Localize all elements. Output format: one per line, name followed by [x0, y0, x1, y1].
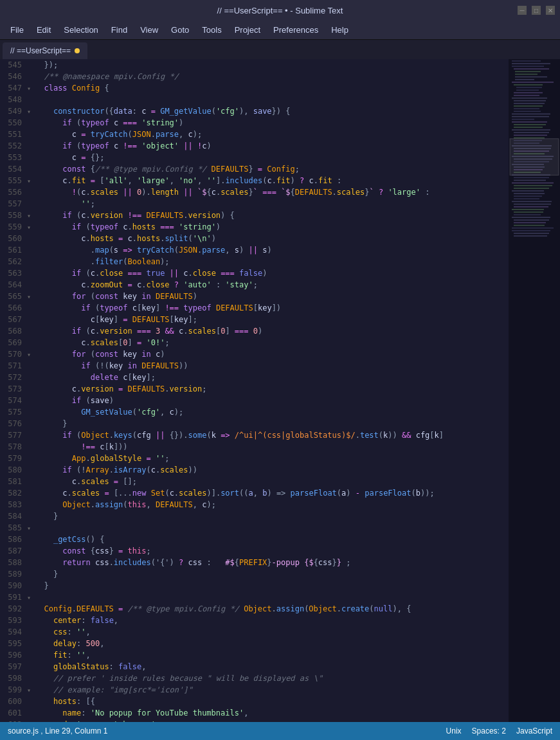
- menu-project[interactable]: Project: [230, 23, 266, 37]
- svg-rect-62: [514, 222, 546, 224]
- code-line-560: c.hosts = c.hosts.split('\n'): [35, 233, 509, 244]
- code-line-581: c.scales = [...new Set(c.scales)].sort((…: [35, 487, 509, 499]
- menu-view[interactable]: View: [135, 23, 163, 37]
- code-line-549: constructor({data: c = GM_getValue('cfg'…: [35, 105, 509, 117]
- svg-rect-9: [512, 82, 554, 83]
- code-line-576: }: [35, 418, 509, 429]
- svg-rect-50: [512, 190, 544, 192]
- code-line-596: globalStatus: false,: [35, 661, 509, 672]
- maximize-button[interactable]: □: [532, 6, 541, 15]
- svg-rect-18: [514, 105, 543, 107]
- svg-rect-16: [514, 100, 546, 102]
- svg-rect-58: [514, 212, 543, 213]
- code-line-580: c.scales = [];: [35, 476, 509, 487]
- code-line-572: delete c[key];: [35, 372, 509, 383]
- window-controls: ─ □ ✕: [518, 6, 555, 15]
- svg-rect-56: [514, 206, 548, 208]
- code-area[interactable]: }); /** @namespace mpiv.Config */ class …: [32, 59, 509, 722]
- code-line-594: delay: 500,: [35, 638, 509, 649]
- code-line-583: }: [35, 510, 509, 522]
- editor: 545 546 547▾ 548 549▾ 550 551 552 553 55…: [0, 59, 560, 722]
- menu-file[interactable]: File: [5, 23, 29, 37]
- code-line-568: if (c.version === 3 && c.scales[0] === 0…: [35, 325, 509, 337]
- svg-rect-46: [514, 180, 546, 181]
- svg-rect-52: [514, 195, 542, 197]
- svg-rect-48: [514, 185, 552, 186]
- svg-rect-55: [514, 204, 551, 205]
- code-line-595: fit: '',: [35, 649, 509, 661]
- tab-userscript[interactable]: // ==UserScript==: [3, 42, 87, 59]
- code-line-553: c = {};: [35, 152, 509, 163]
- code-line-567: c[key] = DEFAULTS[key];: [35, 314, 509, 325]
- code-line-545: });: [35, 59, 509, 71]
- svg-rect-23: [512, 119, 534, 120]
- svg-rect-49: [514, 188, 549, 189]
- minimap-content: [509, 59, 560, 722]
- code-line-574: if (save): [35, 395, 509, 406]
- code-line-600: name: 'No popup for YouTube thumbnails',: [35, 707, 509, 719]
- menu-help[interactable]: Help: [326, 23, 354, 37]
- code-line-599: hosts: [{: [35, 696, 509, 707]
- svg-rect-59: [514, 214, 541, 215]
- code-line-571: if (!(key in DEFAULTS)): [35, 360, 509, 372]
- svg-rect-67: [514, 235, 547, 237]
- minimize-button[interactable]: ─: [518, 6, 527, 15]
- svg-rect-68: [510, 139, 559, 176]
- code-line-582: Object.assign(this, DEFAULTS, c);: [35, 499, 509, 510]
- svg-rect-53: [514, 199, 539, 200]
- status-line-ending: Unix: [446, 726, 462, 735]
- svg-rect-24: [512, 122, 547, 123]
- svg-rect-10: [514, 84, 543, 86]
- titlebar-title: // ==UserScript== • - Sublime Text: [217, 6, 343, 15]
- code-line-557: '';: [35, 198, 509, 210]
- menu-selection[interactable]: Selection: [59, 23, 103, 37]
- code-line-546: /** @namespace mpiv.Config */: [35, 71, 509, 82]
- code-line-552: if (typeof c !== 'object' || !c): [35, 140, 509, 152]
- code-line-577: if (Object.keys(cfg || {}).some(k => /^u…: [35, 429, 509, 441]
- svg-rect-51: [514, 193, 545, 194]
- code-line-565: for (const key in DEFAULTS): [35, 291, 509, 302]
- menu-goto[interactable]: Goto: [166, 23, 194, 37]
- close-button[interactable]: ✕: [546, 6, 555, 15]
- svg-rect-65: [512, 230, 550, 231]
- code-line-550: if (typeof c === 'string'): [35, 117, 509, 129]
- status-file-info: source.js , Line 29, Column 1: [8, 726, 107, 735]
- svg-rect-12: [516, 89, 539, 91]
- svg-rect-11: [516, 87, 542, 88]
- svg-rect-7: [515, 77, 547, 78]
- code-line-555: c.fit = ['all', 'large', 'no', ''].inclu…: [35, 175, 509, 186]
- tab-label: // ==UserScript==: [10, 46, 71, 55]
- svg-rect-57: [512, 209, 544, 210]
- code-line-570: for (const key in c): [35, 348, 509, 360]
- svg-rect-6: [515, 74, 537, 75]
- svg-rect-4: [514, 68, 549, 69]
- code-line-589: }: [35, 580, 509, 591]
- code-line-551: c = tryCatch(JSON.parse, c);: [35, 129, 509, 140]
- svg-rect-66: [514, 233, 549, 234]
- code-line-569: c.scales[0] = '0!';: [35, 337, 509, 348]
- svg-rect-20: [514, 111, 541, 112]
- menu-find[interactable]: Find: [106, 23, 132, 37]
- code-line-562: .filter(Boolean);: [35, 256, 509, 267]
- code-line-548: [35, 94, 509, 105]
- code-line-597: // prefer ' inside rules because " will …: [35, 672, 509, 684]
- code-line-566: if (typeof c[key] !== typeof DEFAULTS[ke…: [35, 302, 509, 314]
- titlebar: // ==UserScript== • - Sublime Text ─ □ ✕: [0, 0, 560, 21]
- code-line-559: if (typeof c.hosts === 'string'): [35, 221, 509, 233]
- minimap[interactable]: [509, 59, 560, 722]
- svg-rect-27: [512, 129, 550, 131]
- code-line-563: if (c.close === true || c.close === fals…: [35, 267, 509, 279]
- code-line-564: c.zoomOut = c.close ? 'auto' : 'stay';: [35, 279, 509, 291]
- svg-rect-14: [514, 95, 539, 96]
- menu-tools[interactable]: Tools: [197, 23, 226, 37]
- svg-rect-63: [514, 225, 545, 226]
- svg-rect-5: [515, 71, 541, 73]
- svg-rect-22: [512, 116, 549, 118]
- svg-rect-2: [512, 63, 550, 64]
- code-line-561: .map(s => tryCatch(JSON.parse, s) || s): [35, 244, 509, 256]
- code-line-598: // example: "img[src*='icon']": [35, 684, 509, 696]
- svg-rect-3: [512, 66, 544, 67]
- menu-preferences[interactable]: Preferences: [268, 23, 323, 37]
- line-gutter: 545 546 547▾ 548 549▾ 550 551 552 553 55…: [0, 59, 32, 722]
- menu-edit[interactable]: Edit: [32, 23, 56, 37]
